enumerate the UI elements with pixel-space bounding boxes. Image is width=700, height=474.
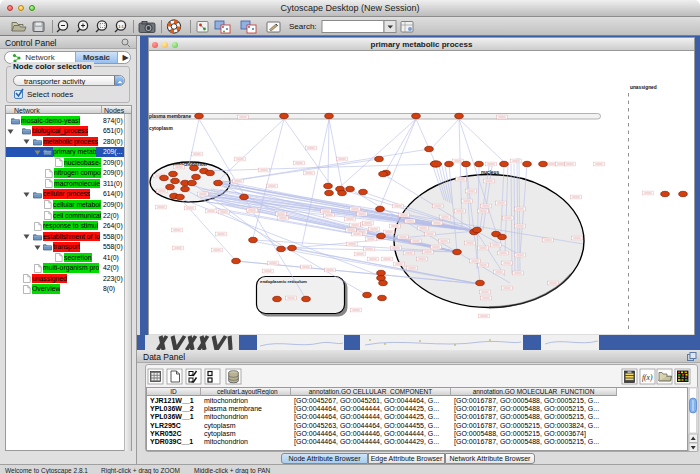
svg-text:f(x): f(x)	[642, 373, 653, 382]
svg-text:endoplasmic reticulum: endoplasmic reticulum	[260, 279, 307, 284]
svg-text:nucleus: nucleus	[481, 170, 499, 175]
svg-text:cytoplasm: cytoplasm	[149, 126, 173, 131]
svg-text:plasma membrane: plasma membrane	[149, 114, 191, 119]
svg-text:Search:: Search:	[289, 22, 317, 31]
svg-text:1:1: 1:1	[118, 24, 124, 29]
svg-text:unassigned: unassigned	[630, 85, 657, 90]
